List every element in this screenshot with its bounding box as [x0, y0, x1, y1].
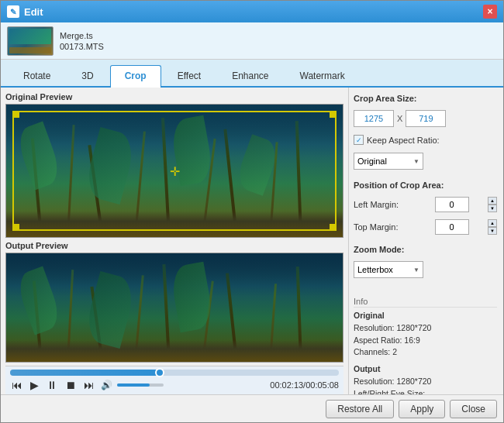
left-panel: Original Preview [1, 88, 348, 394]
original-preview-label: Original Preview [5, 92, 343, 101]
output-preview-image [6, 253, 343, 362]
title-bar-left: ✎ Edit [7, 5, 43, 18]
left-margin-input[interactable] [435, 197, 469, 212]
title-bar: ✎ Edit × [1, 1, 503, 22]
original-resolution: Resolution: 1280*720 [354, 322, 497, 335]
tab-effect[interactable]: Effect [163, 65, 216, 86]
time-display: 00:02:13/00:05:08 [270, 380, 339, 390]
tab-3d[interactable]: 3D [67, 65, 108, 86]
left-margin-row: Left Margin: ▲ ▼ [354, 197, 497, 212]
top-margin-input[interactable] [435, 219, 469, 235]
bottom-bar: Restore All Apply Close [1, 394, 503, 422]
info-section: Info Original Resolution: 1280*720 Aspec… [354, 297, 497, 394]
progress-thumb[interactable] [155, 368, 164, 377]
pause-button[interactable]: ⏸ [45, 379, 59, 391]
close-button[interactable]: Close [450, 400, 497, 418]
tab-rotate[interactable]: Rotate [9, 65, 65, 86]
restore-all-button[interactable]: Restore All [326, 400, 394, 418]
top-margin-label: Top Margin: [354, 222, 416, 232]
aspect-select-arrow: ▼ [413, 158, 419, 165]
window-close-button[interactable]: × [483, 5, 497, 19]
file-bar: Merge.ts 00173.MTS [1, 22, 503, 60]
left-margin-label: Left Margin: [354, 200, 416, 209]
file-name-1: Merge.ts [60, 31, 104, 40]
volume-slider[interactable] [117, 383, 164, 387]
zoom-mode-title: Zoom Mode: [354, 245, 497, 254]
x-separator: X [397, 114, 402, 123]
info-label: Info [354, 297, 497, 308]
playback-area: ⏮ ▶ ⏸ ⏹ ⏭ 🔊 00:02:13/00:05:08 [5, 366, 343, 394]
file-name-2: 00173.MTS [60, 42, 104, 51]
crop-size-row: X [354, 110, 497, 127]
left-margin-spinners: ▲ ▼ [488, 197, 497, 212]
zoom-mode-select[interactable]: Letterbox ▼ [354, 261, 423, 278]
zoom-select-arrow: ▼ [413, 267, 419, 273]
progress-fill [10, 370, 158, 376]
original-preview-image [6, 105, 343, 237]
skip-forward-button[interactable]: ⏭ [82, 379, 96, 391]
app-icon: ✎ [7, 5, 19, 18]
skip-back-button[interactable]: ⏮ [10, 379, 24, 391]
original-channels: Channels: 2 [354, 346, 497, 359]
output-group-title: Output [354, 363, 497, 376]
original-aspect: Aspect Ratio: 16:9 [354, 335, 497, 347]
aspect-select[interactable]: Original ▼ [354, 153, 423, 170]
left-margin-down[interactable]: ▼ [488, 205, 497, 212]
position-title: Position of Crop Area: [354, 181, 497, 190]
top-margin-spinners: ▲ ▼ [488, 219, 497, 235]
tab-watermark[interactable]: Watermark [285, 65, 360, 86]
stop-button[interactable]: ⏹ [64, 379, 78, 391]
left-margin-up[interactable]: ▲ [488, 197, 497, 205]
keep-aspect-label: Keep Aspect Ratio: [367, 136, 440, 145]
main-content: Original Preview [1, 88, 503, 394]
top-margin-row: Top Margin: ▲ ▼ [354, 219, 497, 235]
output-eye-size: Left/Right Eye Size: - [354, 388, 497, 395]
crop-area-size-title: Crop Area Size: [354, 94, 497, 103]
output-resolution: Resolution: 1280*720 [354, 376, 497, 388]
progress-bar[interactable] [10, 370, 339, 376]
tab-enhance[interactable]: Enhance [217, 65, 283, 86]
top-margin-down[interactable]: ▼ [488, 227, 497, 235]
controls-row: ⏮ ▶ ⏸ ⏹ ⏭ 🔊 00:02:13/00:05:08 [10, 379, 339, 391]
crop-width-input[interactable] [354, 110, 394, 127]
original-group-title: Original [354, 310, 497, 322]
zoom-mode-value: Letterbox [357, 265, 393, 274]
aspect-select-value: Original [357, 156, 387, 166]
volume-icon: 🔊 [101, 380, 112, 390]
original-preview-box: ✛ [5, 104, 343, 238]
volume-fill [117, 383, 150, 387]
keep-aspect-row: ✓ Keep Aspect Ratio: [354, 135, 497, 145]
tab-bar: Rotate 3D Crop Effect Enhance Watermark [1, 60, 503, 88]
right-panel: Crop Area Size: X ✓ Keep Aspect Ratio: O… [348, 88, 503, 394]
apply-button[interactable]: Apply [399, 400, 445, 418]
crop-height-input[interactable] [406, 110, 446, 127]
tab-crop[interactable]: Crop [110, 65, 161, 88]
output-preview-label: Output Preview [5, 241, 343, 250]
top-margin-up[interactable]: ▲ [488, 219, 497, 227]
aspect-select-row: Original ▼ [354, 153, 497, 170]
window-title: Edit [24, 6, 43, 18]
zoom-select-row: Letterbox ▼ [354, 261, 497, 278]
edit-window: ✎ Edit × Merge.ts 00173.MTS Rotate 3D Cr… [0, 0, 504, 423]
output-preview-box [5, 253, 343, 363]
keep-aspect-checkbox[interactable]: ✓ [354, 135, 364, 145]
file-thumbnail-1 [7, 26, 54, 56]
play-button[interactable]: ▶ [29, 379, 40, 391]
